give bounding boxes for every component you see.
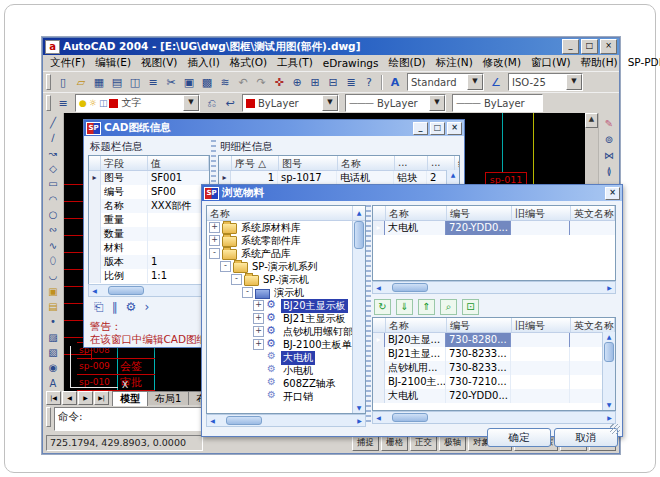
undo-icon[interactable]: ↶ bbox=[234, 74, 252, 91]
help-icon[interactable]: ? bbox=[360, 74, 378, 91]
table-row[interactable]: 大电机 720-YDD0... bbox=[373, 389, 615, 403]
tree-column-header[interactable]: 名称 bbox=[207, 206, 352, 220]
render-icon[interactable]: ◉ bbox=[45, 360, 62, 375]
menu-item[interactable]: 工具(T) bbox=[272, 55, 318, 71]
chevron-down-icon[interactable]: ▼ bbox=[322, 95, 338, 111]
circle-icon[interactable]: ○ bbox=[45, 207, 62, 222]
scroll-thumb[interactable] bbox=[392, 283, 428, 292]
open-folder-icon[interactable]: ⊡ bbox=[462, 299, 479, 315]
point-icon[interactable]: • bbox=[45, 314, 62, 329]
scroll-right-icon[interactable]: ▶ bbox=[604, 283, 615, 292]
horizontal-scrollbar[interactable]: ◀ ▶ bbox=[88, 284, 210, 297]
layout-tab[interactable]: 模型 bbox=[112, 391, 148, 406]
tree-item[interactable]: + BJ20主显示板 bbox=[207, 299, 353, 312]
toolbar-grip[interactable] bbox=[46, 95, 51, 111]
column-header-drawingno[interactable]: 图号 bbox=[279, 156, 338, 170]
tree-vertical-scrollbar[interactable]: ▼ bbox=[352, 221, 365, 413]
menu-item[interactable]: 格式(O) bbox=[225, 55, 272, 71]
erase-icon[interactable]: ✎ bbox=[601, 115, 618, 131]
scroll-thumb[interactable] bbox=[354, 221, 364, 249]
menu-item[interactable]: 帮助(H) bbox=[576, 55, 623, 71]
scroll-right-icon[interactable]: ▶ bbox=[604, 413, 615, 422]
tree-item[interactable]: + 系统零部件库 bbox=[207, 234, 353, 247]
more-icon[interactable]: › bbox=[144, 300, 149, 314]
menu-item[interactable]: 窗口(W) bbox=[526, 55, 576, 71]
zoom-previous-icon[interactable]: ⊟ bbox=[324, 74, 342, 91]
chevron-down-icon[interactable]: ▼ bbox=[467, 74, 483, 90]
table-row[interactable]: 编号 SF00 bbox=[89, 185, 209, 199]
column-header-name[interactable]: 名称 bbox=[386, 318, 447, 332]
menu-item[interactable]: 插入(I) bbox=[182, 55, 224, 71]
spline-icon[interactable]: ∿ bbox=[45, 238, 62, 253]
panel-splitter[interactable] bbox=[366, 205, 371, 425]
properties-icon[interactable]: ≣ bbox=[342, 74, 360, 91]
chevron-down-icon[interactable]: ▼ bbox=[183, 95, 199, 111]
tab-nav-button[interactable]: ◀ bbox=[62, 391, 77, 405]
barcode-icon[interactable]: ∥ bbox=[112, 300, 118, 314]
copy-object-icon[interactable]: ⊚ bbox=[601, 131, 618, 147]
polyline-icon[interactable]: ↝ bbox=[45, 146, 62, 161]
scroll-up-icon[interactable]: ▲ bbox=[448, 170, 458, 180]
region-icon[interactable]: ▧ bbox=[45, 345, 62, 360]
make-layer-current-icon[interactable]: ⎌ bbox=[203, 95, 221, 112]
insert-block-icon[interactable]: ▣ bbox=[45, 284, 62, 299]
tab-nav-button[interactable]: ▶ bbox=[78, 391, 93, 405]
tree-item[interactable]: - 演示机 bbox=[207, 286, 353, 299]
text-style-combo[interactable]: Standard ▼ bbox=[407, 73, 484, 91]
rectangle-icon[interactable]: ▭ bbox=[45, 176, 62, 191]
expand-toggle[interactable]: - bbox=[220, 261, 231, 272]
expand-toggle[interactable]: + bbox=[253, 339, 264, 350]
expand-toggle[interactable]: + bbox=[209, 222, 220, 233]
column-header-value[interactable]: 值 bbox=[148, 156, 209, 170]
mirror-icon[interactable]: ⋈ bbox=[601, 147, 618, 163]
settings-icon[interactable]: ⚙ bbox=[126, 300, 137, 314]
maximize-button[interactable]: □ bbox=[581, 39, 598, 54]
column-header-oldcode[interactable]: 旧编号 bbox=[512, 206, 571, 220]
tree-item[interactable]: 大电机 bbox=[207, 351, 353, 364]
table-row[interactable]: 数量 bbox=[89, 227, 209, 241]
expand-toggle[interactable]: + bbox=[253, 313, 264, 324]
layer-combo[interactable]: ●☼◫ 文字 ▼ bbox=[75, 94, 200, 112]
menu-item[interactable]: eDrawings bbox=[318, 56, 384, 70]
table-row[interactable]: BJ20主显... 730-8280... bbox=[373, 333, 615, 347]
chevron-down-icon[interactable]: ▼ bbox=[566, 74, 582, 90]
column-header-engname[interactable]: 英文名称 bbox=[571, 318, 615, 332]
scroll-up-icon[interactable]: ▲ bbox=[585, 113, 598, 128]
save-file-icon[interactable]: ▦ bbox=[90, 74, 108, 91]
toolbar-grip[interactable] bbox=[46, 407, 51, 427]
tree-item[interactable]: + BJ-2100主板单点 bbox=[207, 338, 353, 351]
linetype-combo[interactable]: ——— ByLayer ▼ bbox=[345, 94, 446, 112]
table-row[interactable]: BJ-2100主... 730-7210... bbox=[373, 375, 615, 389]
expand-toggle[interactable]: + bbox=[253, 326, 264, 337]
ellipse-arc-icon[interactable]: ◡ bbox=[45, 268, 62, 283]
arc-icon[interactable]: ◠ bbox=[45, 192, 62, 207]
close-button[interactable]: × bbox=[447, 122, 462, 135]
horizontal-scrollbar[interactable]: ◀ ▶ bbox=[372, 411, 616, 424]
menu-item[interactable]: 视图(V) bbox=[136, 55, 182, 71]
dim-style-combo[interactable]: ISO-25 ▼ bbox=[508, 73, 583, 91]
revcloud-icon[interactable]: ∾ bbox=[45, 222, 62, 237]
table-row[interactable]: 图号 SF001 bbox=[89, 171, 209, 185]
menu-item[interactable]: 修改(M) bbox=[478, 55, 526, 71]
expand-toggle[interactable]: - bbox=[209, 248, 220, 259]
menu-item[interactable]: 标注(N) bbox=[431, 55, 478, 71]
resize-grip[interactable] bbox=[610, 424, 620, 434]
chevron-down-icon[interactable]: ▼ bbox=[429, 95, 445, 111]
column-header-more1[interactable]: ... bbox=[395, 156, 428, 170]
column-header-code[interactable]: 编号 bbox=[455, 156, 460, 170]
color-combo[interactable]: ByLayer ▼ bbox=[242, 94, 339, 112]
scroll-left-icon[interactable]: ◀ bbox=[207, 416, 218, 425]
toolbar-grip[interactable] bbox=[46, 74, 51, 90]
construction-line-icon[interactable]: ∕ bbox=[45, 130, 62, 145]
layer-previous-icon[interactable]: ↩ bbox=[221, 95, 239, 112]
scroll-up-icon[interactable]: ▲ bbox=[604, 332, 614, 342]
expand-toggle[interactable]: + bbox=[253, 300, 264, 311]
table-row[interactable]: 比例 1:1 bbox=[89, 269, 209, 283]
vertical-scrollbar[interactable]: ▲ ▼ bbox=[602, 332, 615, 410]
table-row[interactable]: 重量 bbox=[89, 213, 209, 227]
tree-item[interactable]: - SP-演示机 bbox=[207, 273, 353, 286]
close-button[interactable]: × bbox=[605, 187, 620, 200]
publish-icon[interactable]: ≡ bbox=[144, 74, 162, 91]
tree-item[interactable]: 开口销 bbox=[207, 390, 353, 403]
tree-item[interactable]: 小电机 bbox=[207, 364, 353, 377]
